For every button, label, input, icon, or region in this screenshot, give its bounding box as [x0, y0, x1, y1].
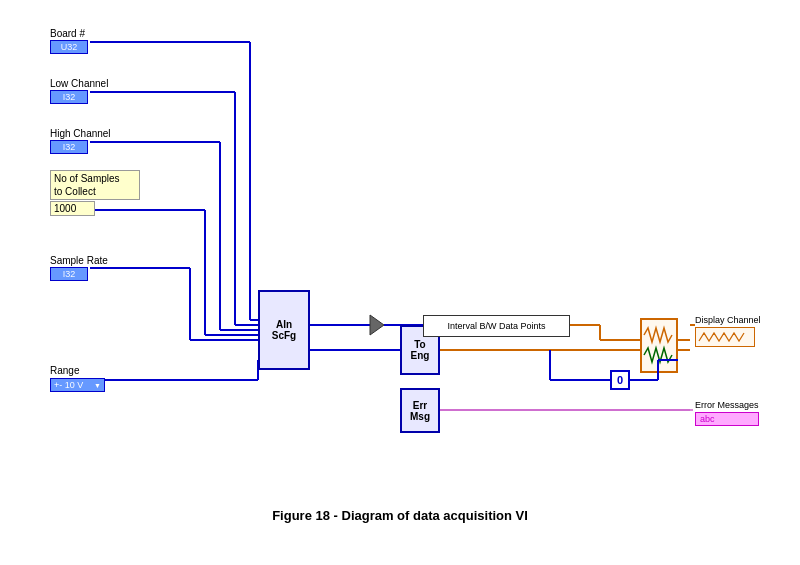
err-msg-block: Err Msg [400, 388, 440, 433]
board-input: Board # U32 [50, 28, 88, 54]
samples-value[interactable]: 1000 [50, 201, 95, 216]
err-label: Err [413, 400, 427, 411]
error-messages-block: Error Messages abc [695, 400, 759, 426]
scfg-label: ScFg [272, 330, 296, 341]
low-channel-input: Low Channel I32 [50, 78, 108, 104]
sample-rate-input: Sample Rate I32 [50, 255, 108, 281]
sample-rate-label: Sample Rate [50, 255, 108, 266]
error-abc-box[interactable]: abc [695, 412, 759, 426]
display-channel-value[interactable] [695, 327, 755, 347]
display-channel-block: Display Channel [695, 315, 761, 347]
msg-label: Msg [410, 411, 430, 422]
ain-scfg-block: AIn ScFg [258, 290, 310, 370]
waveform-block [640, 318, 678, 373]
interval-block: Interval B/W Data Points [423, 315, 570, 337]
error-messages-label: Error Messages [695, 400, 759, 410]
samples-label: No of Samples to Collect [50, 170, 140, 200]
low-channel-type[interactable]: I32 [50, 90, 88, 104]
chevron-down-icon: ▼ [94, 382, 101, 389]
range-block: Range +- 10 V ▼ [50, 365, 105, 392]
display-channel-label: Display Channel [695, 315, 761, 325]
figure-caption: Figure 18 - Diagram of data acquisition … [272, 508, 528, 523]
high-channel-label: High Channel [50, 128, 111, 139]
svg-marker-18 [370, 315, 384, 335]
board-type[interactable]: U32 [50, 40, 88, 54]
board-label: Board # [50, 28, 88, 39]
to-label: To [414, 339, 425, 350]
samples-input: No of Samples to Collect 1000 [50, 170, 140, 216]
waveform-svg [642, 320, 676, 371]
high-channel-type[interactable]: I32 [50, 140, 88, 154]
high-channel-input: High Channel I32 [50, 128, 111, 154]
range-dropdown[interactable]: +- 10 V ▼ [50, 378, 105, 392]
low-channel-label: Low Channel [50, 78, 108, 89]
zero-box: 0 [610, 370, 630, 390]
main-container: Board # U32 Low Channel I32 High Channel… [0, 0, 800, 565]
range-label: Range [50, 365, 105, 376]
range-value: +- 10 V [54, 380, 83, 390]
diagram-area: Board # U32 Low Channel I32 High Channel… [10, 10, 790, 500]
eng-label: Eng [411, 350, 430, 361]
zero-value: 0 [617, 374, 623, 386]
waveform-mini-icon [698, 329, 748, 345]
ain-label: AIn [276, 319, 292, 330]
sample-rate-type[interactable]: I32 [50, 267, 88, 281]
interval-label: Interval B/W Data Points [447, 321, 545, 331]
